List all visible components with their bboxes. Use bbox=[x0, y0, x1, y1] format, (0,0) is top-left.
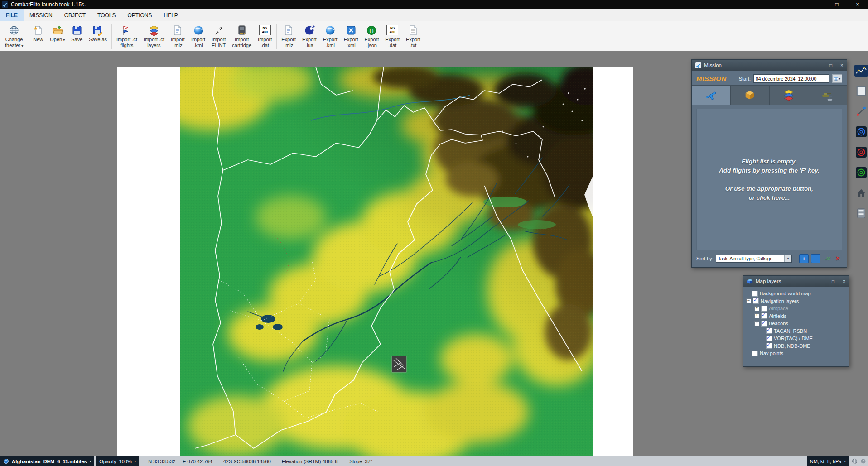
menu-object[interactable]: OBJECT bbox=[58, 9, 92, 21]
export-txt-button[interactable]: Export .txt bbox=[403, 23, 424, 50]
export-dat-button[interactable]: NS430 Export .dat bbox=[382, 23, 403, 50]
export-kml-button[interactable]: Export .kml bbox=[320, 23, 341, 50]
tree-row-beacons[interactable]: − ✓ Beacons bbox=[745, 320, 847, 327]
panel-close-button[interactable]: × bbox=[843, 279, 845, 284]
checkbox[interactable]: ✓ bbox=[753, 298, 759, 304]
import-cf-flights-button[interactable]: Import .cf flights bbox=[113, 23, 140, 50]
export-miz-button[interactable]: Export .miz bbox=[278, 23, 299, 50]
panel-close-button[interactable]: × bbox=[840, 63, 843, 68]
menu-help[interactable]: HELP bbox=[158, 9, 184, 21]
import-miz-button[interactable]: Import .miz bbox=[168, 23, 188, 50]
mission-panel: Mission – □ × MISSION Start: ▾ Flight li… bbox=[691, 59, 847, 268]
map-layers-panel-titlebar[interactable]: Map layers – □ × bbox=[743, 276, 849, 287]
ns430-icon: NS430 bbox=[259, 24, 271, 36]
checkbox[interactable]: ✓ bbox=[761, 313, 767, 319]
clear-selection-button[interactable]: × bbox=[834, 255, 842, 263]
button-label: .dat bbox=[260, 43, 269, 48]
tree-expander[interactable]: + bbox=[754, 313, 759, 318]
tree-row-airspace[interactable]: + Airspace bbox=[745, 305, 847, 312]
import-kml-button[interactable]: Import .kml bbox=[188, 23, 208, 50]
panel-maximize-button[interactable]: □ bbox=[832, 279, 834, 284]
mission-start-datetime-input[interactable] bbox=[753, 74, 829, 83]
add-flight-button[interactable]: + bbox=[799, 254, 809, 263]
select-all-button[interactable]: ✓✓ bbox=[823, 255, 831, 263]
save-as-button[interactable]: Save as bbox=[86, 23, 110, 44]
mission-tabs bbox=[692, 85, 847, 105]
svg-text:{ }: { } bbox=[370, 28, 374, 33]
tree-row-ndb-ndbdme[interactable]: ✓ NDB, NDB-DME bbox=[745, 342, 847, 350]
checkbox[interactable]: ✓ bbox=[766, 328, 772, 334]
kml-globe-icon bbox=[193, 24, 204, 36]
import-cartridge-button[interactable]: Import cartridge bbox=[229, 23, 255, 50]
menu-mission[interactable]: MISSION bbox=[24, 9, 58, 21]
menu-options[interactable]: OPTIONS bbox=[121, 9, 158, 21]
tree-row-nav-points[interactable]: Nav points bbox=[745, 350, 847, 357]
export-lua-button[interactable]: Export .lua bbox=[299, 23, 320, 50]
dem-terrain-map[interactable] bbox=[180, 67, 593, 456]
tree-label: Airfields bbox=[769, 313, 786, 319]
tab-flights[interactable] bbox=[692, 86, 731, 105]
green-rings-tool-button[interactable] bbox=[855, 167, 868, 178]
tree-row-airfields[interactable]: + ✓ Airfields bbox=[745, 312, 847, 320]
checkbox[interactable] bbox=[752, 351, 758, 356]
blue-rings-tool-button[interactable] bbox=[855, 126, 868, 138]
tree-row-navigation-layers[interactable]: − ✓ Navigation layers bbox=[745, 298, 847, 305]
tree-row-vortac-dme[interactable]: ✓ VOR(TAC) / DME bbox=[745, 335, 847, 342]
tab-packages[interactable] bbox=[731, 86, 770, 105]
button-label: .miz bbox=[173, 43, 182, 48]
units-selector[interactable]: NM, kt, ft, hPa ▾ bbox=[807, 456, 849, 466]
menu-tools[interactable]: TOOLS bbox=[92, 9, 121, 21]
open-button[interactable]: Open▾ bbox=[47, 23, 68, 44]
panel-minimize-button[interactable]: – bbox=[821, 279, 824, 284]
route-tool-button[interactable] bbox=[855, 106, 868, 117]
button-label: Export bbox=[323, 37, 338, 43]
tree-expander[interactable]: − bbox=[746, 298, 751, 303]
layers-stack-icon bbox=[149, 24, 159, 36]
tree-row-background-world-map[interactable]: Background world map bbox=[745, 290, 847, 298]
calendar-picker-button[interactable]: ▾ bbox=[832, 74, 842, 83]
tree-label: Nav points bbox=[760, 351, 783, 356]
change-theater-button[interactable]: Change theater▾ bbox=[2, 23, 26, 50]
checkbox[interactable] bbox=[761, 306, 767, 312]
open-folder-icon bbox=[52, 24, 63, 36]
window-titlebar[interactable]: CombatFlite launch took 1.15s. – □ × bbox=[0, 0, 868, 9]
save-button[interactable]: Save bbox=[68, 23, 86, 44]
tree-row-tacan-rsbn[interactable]: ✓ TACAN, RSBN bbox=[745, 327, 847, 335]
flight-list-empty-area[interactable]: Flight list is empty. Add flights by pre… bbox=[696, 109, 842, 250]
map-viewport[interactable] bbox=[117, 67, 633, 456]
checkbox[interactable]: ✓ bbox=[761, 321, 767, 327]
map-source-selector[interactable]: Afghanistan_DEM_6_11.mbtiles ▾ bbox=[0, 456, 94, 466]
export-xml-button[interactable]: Export .xml bbox=[341, 23, 362, 50]
export-json-button[interactable]: { } Export .json bbox=[361, 23, 382, 50]
update-arrow-icon[interactable] bbox=[860, 458, 866, 464]
import-cf-layers-button[interactable]: Import .cf layers bbox=[140, 23, 168, 50]
new-button[interactable]: ★ New bbox=[29, 23, 47, 44]
document-icon bbox=[283, 24, 294, 36]
import-elint-button[interactable]: Import ELINT bbox=[208, 23, 229, 50]
red-rings-tool-button[interactable] bbox=[855, 146, 868, 158]
tab-ground-naval-forces[interactable] bbox=[808, 86, 847, 105]
sort-by-select[interactable]: Task, Aircraft type, Callsign ▾ bbox=[716, 255, 792, 263]
checkbox[interactable] bbox=[752, 291, 758, 297]
checkbox[interactable]: ✓ bbox=[766, 343, 772, 349]
remove-flight-button[interactable]: − bbox=[811, 254, 820, 263]
import-dat-button[interactable]: NS430 Import .dat bbox=[255, 23, 275, 50]
close-button[interactable]: × bbox=[847, 0, 868, 9]
tree-expander[interactable]: − bbox=[754, 321, 759, 326]
tree-expander[interactable]: + bbox=[754, 306, 759, 311]
mission-panel-titlebar[interactable]: Mission – □ × bbox=[692, 60, 847, 71]
panel-minimize-button[interactable]: – bbox=[819, 63, 822, 68]
home-view-button[interactable] bbox=[855, 187, 868, 199]
mission-data-chart-button[interactable] bbox=[855, 65, 868, 77]
maximize-button[interactable]: □ bbox=[826, 0, 847, 9]
minimize-button[interactable]: – bbox=[805, 0, 826, 9]
menu-file[interactable]: FILE bbox=[0, 9, 24, 21]
cursor-longitude: E 070 42.794 bbox=[183, 456, 212, 466]
network-status-icon[interactable] bbox=[852, 458, 858, 464]
panel-maximize-button[interactable]: □ bbox=[829, 63, 832, 68]
opacity-selector[interactable]: Opacity: 100% ▾ bbox=[96, 456, 139, 466]
checkbox[interactable]: ✓ bbox=[766, 336, 772, 341]
kneeboard-button[interactable] bbox=[855, 207, 868, 219]
selection-frame-button[interactable] bbox=[855, 85, 868, 97]
tab-layers[interactable] bbox=[770, 86, 809, 105]
